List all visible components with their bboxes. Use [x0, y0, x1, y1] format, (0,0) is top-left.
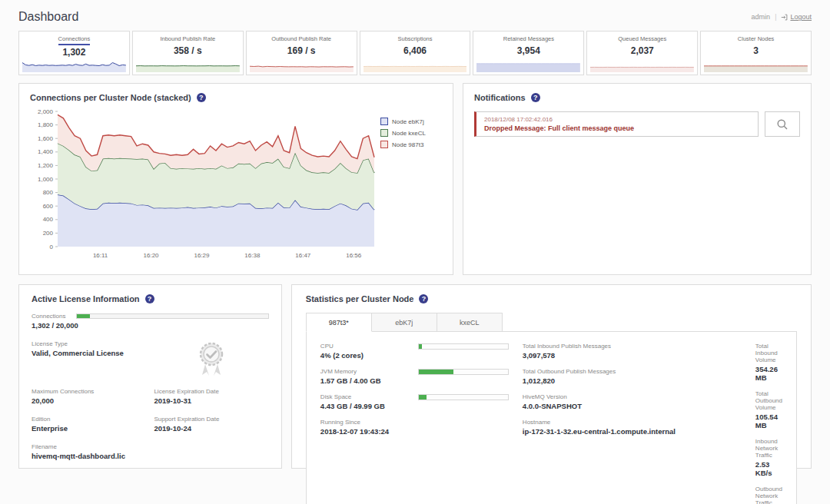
stat-card-cluster-nodes[interactable]: Cluster Nodes 3: [700, 31, 812, 75]
queued-messages-sparkline: [590, 61, 694, 72]
stat-card-label: Retained Messages: [503, 35, 554, 44]
svg-text:16:20: 16:20: [144, 252, 160, 259]
svg-text:2,000: 2,000: [38, 108, 54, 115]
notification-item[interactable]: 2018/12/08 17:02:42.016 Dropped Message:…: [474, 111, 759, 137]
legend-item-node-987t3[interactable]: Node 987t3: [380, 141, 426, 148]
stat-card-value: 6,406: [403, 45, 427, 56]
inbound-traffic-cell: Inbound Network Traffic 2.53 KB/s: [755, 438, 782, 477]
legend-swatch-icon: [380, 129, 388, 137]
connections-sparkline: [22, 61, 126, 72]
notification-search-button[interactable]: [765, 111, 800, 137]
svg-text:200: 200: [43, 230, 54, 237]
stat-card-outbound-publish-rate[interactable]: Outbound Publish Rate 169 / s: [246, 31, 357, 75]
chart-legend: Node ebK7j Node kxeCL Node 987t3: [377, 107, 426, 265]
help-icon[interactable]: [419, 294, 428, 303]
cpu-cell: CPU 4% (2 cores): [320, 343, 509, 360]
stat-card-queued-messages[interactable]: Queued Messages 2,037: [586, 31, 698, 75]
svg-text:16:56: 16:56: [346, 252, 362, 259]
outbound-traffic-cell: Outbound Network Traffic 615 B/s: [755, 486, 782, 504]
outbound-rate-sparkline: [250, 61, 354, 72]
total-outbound-messages-cell: Total Outbound Publish Messages 1,012,82…: [523, 368, 742, 385]
main-row: Connections per Cluster Node (stacked) 0…: [18, 83, 812, 275]
disk-space-progressbar: [418, 394, 509, 400]
svg-text:16:47: 16:47: [295, 252, 311, 259]
cpu-progressbar: [418, 343, 509, 350]
disk-space-cell: Disk Space 4.43 GB / 49.99 GB: [320, 393, 509, 410]
license-type-cell: License Type Valid, Commercial License: [32, 340, 146, 377]
hivemq-version-cell: HiveMQ Version 4.0.0-SNAPSHOT: [523, 393, 742, 410]
statistics-title: Statistics per Cluster Node: [306, 294, 414, 303]
help-icon[interactable]: [197, 93, 206, 102]
notifications-title: Notifications: [474, 93, 526, 102]
running-since-cell: Running Since 2018-12-07 19:43:24: [320, 419, 509, 436]
stat-card-connections[interactable]: Connections 1,302: [18, 31, 130, 75]
svg-text:1,600: 1,600: [38, 135, 54, 142]
svg-text:1,000: 1,000: [38, 176, 54, 183]
license-connections-row: Connections: [32, 313, 269, 320]
filename-cell: Filename hivemq-mqtt-dashboard.lic: [32, 443, 146, 460]
search-icon: [776, 118, 788, 131]
separator: |: [775, 13, 776, 21]
svg-text:1,800: 1,800: [38, 121, 54, 128]
stat-card-label: Queued Messages: [618, 35, 666, 44]
license-connections-progressbar: [76, 313, 268, 319]
total-inbound-volume-cell: Total Inbound Volume 354.26 MB: [755, 343, 782, 382]
subscriptions-sparkline: [364, 61, 467, 72]
legend-item-node-ebk7j[interactable]: Node ebK7j: [380, 118, 426, 125]
connections-chart-panel: Connections per Cluster Node (stacked) 0…: [18, 83, 453, 275]
stat-card-value: 3,954: [517, 45, 540, 56]
stat-card-label: Subscriptions: [397, 35, 432, 44]
page-title: Dashboard: [18, 10, 78, 24]
license-details-grid: License Type Valid, Commercial License M…: [32, 340, 269, 460]
node-tabs: 987t3* ebK7j kxeCL: [306, 313, 797, 332]
svg-text:0: 0: [50, 244, 54, 250]
help-icon[interactable]: [531, 93, 540, 102]
stat-card-value: 169 / s: [287, 45, 316, 56]
logout-icon: [781, 14, 788, 21]
license-connections-label: Connections: [32, 313, 65, 320]
license-panel: Active License Information Connections 1…: [18, 284, 282, 469]
chart-body: 02004006008001,0001,2001,4001,6001,8002,…: [30, 107, 442, 265]
stat-card-label: Outbound Publish Rate: [271, 35, 331, 44]
statistics-panel: Statistics per Cluster Node 987t3* ebK7j…: [291, 284, 812, 469]
stat-card-retained-messages[interactable]: Retained Messages 3,954: [473, 31, 584, 75]
tab-kxecl[interactable]: kxeCL: [437, 313, 503, 332]
support-expiration-cell: Support Expiration Date 2019-10-24: [154, 416, 268, 433]
stat-card-subscriptions[interactable]: Subscriptions 6,406: [360, 31, 471, 75]
logout-link[interactable]: Logout: [781, 13, 812, 21]
svg-text:1,200: 1,200: [38, 162, 54, 169]
total-inbound-messages-cell: Total Inbound Publish Messages 3,097,578: [523, 343, 742, 360]
license-expiration-cell: License Expiration Date 2019-10-31: [154, 388, 268, 405]
chart-panel-title-row: Connections per Cluster Node (stacked): [30, 93, 442, 102]
retained-messages-sparkline: [476, 61, 580, 72]
svg-text:400: 400: [43, 216, 54, 223]
stat-card-value: 358 / s: [174, 45, 202, 56]
dashboard-page: Dashboard admin | Logout Connections 1,3…: [0, 0, 830, 504]
max-connections-cell: Maximum Connections 20,000: [32, 388, 146, 405]
license-badge-cell: [154, 340, 268, 377]
statistics-title-row: Statistics per Cluster Node: [306, 294, 797, 303]
stats-column-1: CPU 4% (2 cores) JVM Memory 1.57 GB / 4.…: [320, 343, 509, 504]
license-title: Active License Information: [32, 294, 140, 303]
stats-column-3: Total Inbound Volume 354.26 MB Total Out…: [755, 343, 782, 504]
license-valid-badge-icon: [195, 340, 227, 377]
cluster-nodes-sparkline: [704, 61, 808, 72]
stat-card-value: 3: [753, 45, 759, 56]
stacked-area-chart: 02004006008001,0001,2001,4001,6001,8002,…: [30, 107, 377, 260]
legend-item-node-kxecl[interactable]: Node kxeCL: [380, 129, 426, 137]
stat-card-inbound-publish-rate[interactable]: Inbound Publish Rate 358 / s: [132, 31, 244, 75]
notification-row: 2018/12/08 17:02:42.016 Dropped Message:…: [474, 111, 800, 137]
stat-card-value: 1,302: [62, 47, 85, 58]
svg-text:16:38: 16:38: [244, 252, 261, 259]
jvm-memory-cell: JVM Memory 1.57 GB / 4.00 GB: [320, 368, 509, 385]
svg-text:1,400: 1,400: [38, 148, 54, 155]
help-icon[interactable]: [145, 294, 154, 303]
hostname-cell: Hostname ip-172-31-1-32.eu-central-1.com…: [523, 419, 742, 436]
svg-text:800: 800: [43, 189, 54, 196]
stat-card-label: Inbound Publish Rate: [160, 35, 215, 44]
tab-ebk7j[interactable]: ebK7j: [371, 313, 437, 332]
stat-card-label: Connections: [58, 35, 91, 45]
tab-987t3[interactable]: 987t3*: [306, 313, 372, 332]
license-title-row: Active License Information: [32, 294, 269, 303]
jvm-memory-progressbar: [418, 369, 509, 375]
